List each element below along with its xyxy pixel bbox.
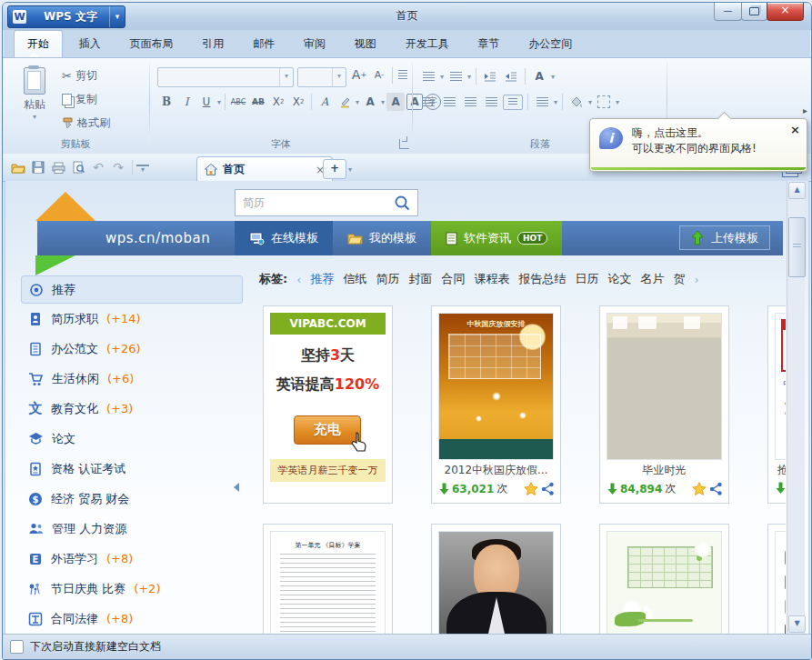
shading-button[interactable] (567, 93, 586, 111)
tag-letterhead[interactable]: 信纸 (343, 271, 366, 287)
borders-caret-icon[interactable]: ▾ (616, 98, 619, 106)
tag-cover[interactable]: 封面 (408, 271, 432, 287)
share-icon[interactable] (709, 482, 723, 495)
vertical-scrollbar[interactable]: ▲ ▼ (787, 181, 805, 634)
scroll-up-button[interactable]: ▲ (788, 182, 806, 199)
search-box[interactable]: 简历 (235, 189, 418, 216)
align-left-button[interactable] (419, 93, 437, 111)
search-icon[interactable] (394, 195, 410, 211)
ad-card-vipabc[interactable]: VIPABC.COM 坚持3天 英语提高120% 充电 学英语月薪三千变一万 (263, 305, 393, 504)
line-spacing-button[interactable] (533, 93, 551, 111)
template-thumbnail[interactable] (606, 313, 722, 460)
tag-business-card[interactable]: 名片 (640, 271, 664, 287)
tab-section[interactable]: 章节 (465, 31, 512, 57)
upload-template-button[interactable]: 上传模板 (679, 225, 770, 250)
new-blank-doc-checkbox[interactable] (10, 640, 24, 654)
align-right-button[interactable] (461, 93, 479, 111)
font-color-caret-icon[interactable]: ▾ (381, 98, 385, 106)
align-center-button[interactable] (440, 93, 458, 111)
tooltip-close-icon[interactable]: × (790, 123, 800, 136)
superscript-button[interactable]: X2 (289, 93, 307, 111)
favorite-star-icon[interactable] (692, 482, 707, 495)
copy-button[interactable]: 复制 (59, 89, 100, 109)
sidebar-item-language[interactable]: E 外语学习(+8) (21, 544, 243, 574)
borders-button[interactable] (595, 93, 613, 111)
template-card-partial[interactable] (767, 524, 786, 634)
tag-report[interactable]: 报告总结 (518, 271, 566, 287)
bullet-list-button[interactable] (419, 67, 437, 85)
template-thumbnail[interactable] (438, 531, 554, 634)
undo-button[interactable]: ↶ (88, 156, 108, 178)
tab-home[interactable]: 开始 (14, 30, 63, 57)
bold-button[interactable]: B (157, 93, 175, 111)
numbered-caret-icon[interactable]: ▾ (467, 73, 471, 81)
template-card-partial[interactable]: 201 中国 12 抢火 75 (767, 305, 786, 504)
underline-caret-icon[interactable]: ▾ (217, 98, 221, 106)
grow-font-button[interactable]: A+ (350, 65, 368, 84)
template-title[interactable]: 毕业时光 (600, 463, 728, 478)
tab-insert[interactable]: 插入 (66, 31, 114, 57)
ribbon-scroll-right[interactable]: ▸ (803, 105, 807, 115)
cut-button[interactable]: ✂剪切 (59, 65, 100, 85)
scrollbar-thumb[interactable] (788, 217, 806, 277)
tab-review[interactable]: 审阅 (291, 31, 338, 57)
tag-contract[interactable]: 合同 (441, 271, 465, 287)
print-preview-button[interactable] (68, 156, 88, 178)
open-button[interactable] (8, 156, 28, 178)
tab-office-space[interactable]: 办公空间 (516, 31, 585, 57)
format-painter-button[interactable]: 格式刷 (59, 113, 113, 133)
sidebar-item-certification[interactable]: 资格 认证考试 (21, 454, 243, 484)
sidebar-collapse-icon[interactable] (234, 483, 239, 492)
tags-next-icon[interactable]: › (694, 273, 698, 286)
tag-resume[interactable]: 简历 (376, 271, 399, 287)
tab-view[interactable]: 视图 (342, 31, 389, 57)
shading-caret-icon[interactable]: ▾ (588, 98, 592, 106)
increase-indent-button[interactable] (502, 67, 520, 85)
font-name-combobox[interactable]: ▾ (157, 67, 294, 87)
redo-button[interactable]: ↷ (108, 156, 128, 178)
strikethrough-button[interactable]: ABC (229, 93, 247, 111)
underline-button[interactable]: U (197, 93, 216, 111)
font-size-combobox[interactable]: ▾ (297, 67, 346, 87)
text-effects-button[interactable]: A (530, 67, 548, 85)
highlight-button[interactable] (336, 93, 354, 111)
nav-software-news[interactable]: 软件资讯 HOT (431, 221, 562, 255)
restore-button[interactable] (741, 3, 767, 21)
favorite-star-icon[interactable] (524, 482, 538, 495)
template-thumbnail[interactable] (775, 531, 786, 634)
decrease-indent-button[interactable] (481, 67, 499, 85)
template-thumbnail[interactable]: 201 中国 12 (775, 313, 786, 460)
tag-greeting[interactable]: 贺 (673, 271, 685, 287)
sidebar-item-festival[interactable]: 节日庆典 比赛(+2) (21, 574, 243, 604)
sidebar-item-lifestyle[interactable]: 生活休闲(+6) (21, 364, 243, 394)
sidebar-item-education[interactable]: 文 教育文化(+3) (21, 394, 243, 424)
template-thumbnail[interactable]: 中秋国庆放假安排 (438, 313, 554, 460)
nav-my-templates[interactable]: 我的模板 (333, 221, 431, 255)
phonetic-guide-button[interactable] (394, 65, 412, 84)
template-card[interactable]: 毕业时光 84,894 次 (599, 305, 729, 504)
customize-toolbar-caret-icon[interactable]: ▾ (136, 165, 149, 174)
sidebar-item-thesis[interactable]: 论文 (21, 424, 243, 454)
tab-references[interactable]: 引用 (189, 31, 236, 57)
font-dialog-launcher[interactable] (399, 139, 409, 149)
tags-prev-icon[interactable]: ‹ (296, 273, 301, 286)
scroll-down-button[interactable]: ▼ (788, 615, 806, 633)
sidebar-item-office-docs[interactable]: 办公范文(+26) (21, 334, 243, 364)
italic-button[interactable]: I (177, 93, 195, 111)
nav-online-templates[interactable]: 在线模板 (235, 221, 333, 255)
text-effects-caret-icon[interactable]: ▾ (551, 73, 555, 81)
font-color-button[interactable]: A (361, 93, 379, 111)
share-icon[interactable] (541, 482, 555, 495)
tag-schedule[interactable]: 课程表 (474, 271, 509, 287)
template-title[interactable]: 抢火 (768, 463, 786, 478)
tag-thesis[interactable]: 论文 (607, 271, 631, 287)
tab-mailings[interactable]: 邮件 (240, 31, 287, 57)
sidebar-item-contract-law[interactable]: 合同法律(+8) (21, 604, 243, 634)
char-shading-button[interactable]: A (386, 93, 405, 111)
template-card[interactable]: 中秋国庆放假安排 2012中秋国庆放假... 63,021 次 (431, 305, 561, 504)
doc-tab-homepage[interactable]: 首页 × (196, 156, 333, 182)
minimize-button[interactable]: — (714, 3, 742, 21)
template-title[interactable]: 2012中秋国庆放假... (432, 463, 560, 478)
highlight-caret-icon[interactable]: ▾ (356, 98, 359, 106)
phonetic-a-button[interactable]: A (316, 93, 334, 111)
